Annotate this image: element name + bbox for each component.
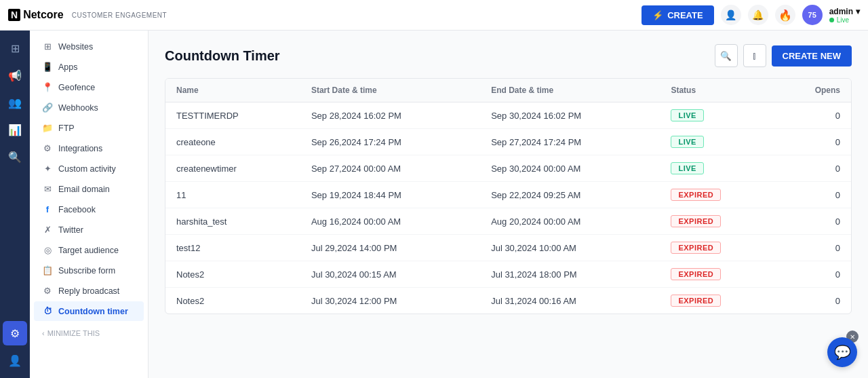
- chat-fab[interactable]: 💬: [827, 337, 857, 367]
- logo: N Netcore: [8, 9, 64, 21]
- sidebar-item-ftp[interactable]: 📁 FTP: [34, 118, 144, 138]
- sidebar-item-email-domain[interactable]: ✉ Email domain: [34, 179, 144, 199]
- table-row[interactable]: createnewtimer Sep 27,2024 00:00 AM Sep …: [165, 155, 851, 182]
- cell-end-date: Jul 31,2024 18:00 PM: [480, 261, 660, 288]
- table-row[interactable]: Notes2 Jul 30,2024 00:15 AM Jul 31,2024 …: [165, 261, 851, 288]
- bell-icon-button[interactable]: 🔔: [748, 5, 768, 25]
- cell-end-date: Sep 30,2024 16:02 PM: [480, 102, 660, 129]
- cell-end-date: Jul 31,2024 00:16 AM: [480, 288, 660, 314]
- sidebar-item-label: Custom activity: [58, 164, 116, 174]
- col-status: Status: [660, 79, 775, 102]
- cell-end-date: Sep 27,2024 17:24 PM: [480, 129, 660, 155]
- col-start-date: Start Date & time: [300, 79, 480, 102]
- live-label: Live: [837, 16, 849, 24]
- sidebar-item-label: Websites: [58, 42, 93, 52]
- cell-end-date: Sep 30,2024 00:00 AM: [480, 155, 660, 182]
- customer-engagement-label: CUSTOMER ENGAGEMENT: [72, 12, 167, 19]
- sidebar-item-geofence[interactable]: 📍 Geofence: [34, 77, 144, 97]
- status-badge: EXPIRED: [671, 295, 721, 307]
- sidebar-icon-search[interactable]: 🔍: [3, 145, 27, 169]
- ftp-icon: 📁: [42, 123, 53, 133]
- cell-status: EXPIRED: [660, 261, 775, 288]
- cell-start-date: Sep 19,2024 18:44 PM: [300, 182, 480, 208]
- table-row[interactable]: TESTTIMERDP Sep 28,2024 16:02 PM Sep 30,…: [165, 102, 851, 129]
- minimize-button[interactable]: ‹ MINIMIZE THIS: [34, 324, 144, 343]
- sidebar-icon-user-bottom[interactable]: 👤: [3, 348, 27, 373]
- sidebar-item-custom-activity[interactable]: ✦ Custom activity: [34, 159, 144, 178]
- status-badge: LIVE: [671, 109, 703, 121]
- sidebar-item-websites[interactable]: ⊞ Websites: [34, 37, 144, 56]
- sidebar-item-target-audience[interactable]: ◎ Target audience: [34, 240, 144, 260]
- topbar: N Netcore CUSTOMER ENGAGEMENT ⚡ CREATE 👤…: [0, 0, 868, 31]
- table-body: TESTTIMERDP Sep 28,2024 16:02 PM Sep 30,…: [165, 102, 851, 314]
- sidebar-item-apps[interactable]: 📱 Apps: [34, 57, 144, 77]
- cell-start-date: Jul 30,2024 00:15 AM: [300, 261, 480, 288]
- sidebar-item-reply-broadcast[interactable]: ⚙ Reply broadcast: [34, 281, 144, 301]
- sidebar-item-label: Target audience: [58, 246, 119, 255]
- logo-text: Netcore: [23, 9, 64, 21]
- sidebar-item-countdown-timer[interactable]: ⏱ Countdown timer: [34, 301, 144, 321]
- score-badge[interactable]: 75: [802, 5, 823, 25]
- cell-end-date: Aug 20,2024 00:00 AM: [480, 208, 660, 235]
- cell-opens: 0: [775, 288, 851, 314]
- admin-menu[interactable]: admin ▾ Live: [829, 7, 860, 24]
- sidebar-item-label: Geofence: [58, 83, 95, 92]
- create-label: CREATE: [667, 10, 703, 20]
- main-content: Countdown Timer 🔍 ⫿ CREATE NEW Name Star…: [149, 31, 868, 378]
- table-row[interactable]: 11 Sep 19,2024 18:44 PM Sep 22,2024 09:2…: [165, 182, 851, 208]
- sidebar-item-label: FTP: [58, 124, 75, 133]
- sidebar-item-webhooks[interactable]: 🔗 Webhooks: [34, 98, 144, 117]
- sidebar-item-integrations[interactable]: ⚙ Integrations: [34, 138, 144, 158]
- cell-opens: 0: [775, 182, 851, 208]
- search-button[interactable]: 🔍: [715, 44, 738, 67]
- countdown-timer-table: Name Start Date & time End Date & time S…: [165, 78, 852, 314]
- sidebar-item-twitter[interactable]: ✗ Twitter: [34, 220, 144, 240]
- sidebar-item-facebook[interactable]: f Facebook: [34, 200, 144, 219]
- chevron-left-icon: ‹: [42, 329, 45, 337]
- filter-button[interactable]: ⫿: [743, 44, 766, 67]
- sidebar-item-label: Apps: [58, 62, 78, 72]
- user-icon-button[interactable]: 👤: [721, 5, 741, 25]
- sidebar-icon-campaigns[interactable]: 📊: [3, 117, 27, 142]
- table: Name Start Date & time End Date & time S…: [165, 79, 851, 314]
- cell-name: Notes2: [165, 288, 300, 314]
- table-row[interactable]: test12 Jul 29,2024 14:00 PM Jul 30,2024 …: [165, 235, 851, 261]
- reply-broadcast-icon: ⚙: [42, 286, 53, 296]
- cell-name: TESTTIMERDP: [165, 102, 300, 129]
- cell-status: EXPIRED: [660, 235, 775, 261]
- sidebar-item-subscribe-form[interactable]: 📋 Subscribe form: [34, 261, 144, 280]
- cell-opens: 0: [775, 208, 851, 235]
- sidebar-item-label: Integrations: [58, 144, 102, 153]
- nav-sidebar: ⊞ Websites 📱 Apps 📍 Geofence 🔗 Webhooks …: [30, 31, 149, 378]
- cell-opens: 0: [775, 102, 851, 129]
- table-header: Name Start Date & time End Date & time S…: [165, 79, 851, 102]
- sidebar-icon-settings[interactable]: ⚙: [3, 321, 27, 345]
- cell-name: harshita_test: [165, 208, 300, 235]
- sidebar-icon-grid[interactable]: ⊞: [3, 36, 27, 60]
- cell-status: EXPIRED: [660, 182, 775, 208]
- sidebar-item-label: Countdown timer: [58, 307, 128, 316]
- header-actions: 🔍 ⫿ CREATE NEW: [715, 44, 852, 67]
- table-row[interactable]: harshita_test Aug 16,2024 00:00 AM Aug 2…: [165, 208, 851, 235]
- status-badge: EXPIRED: [671, 242, 721, 254]
- create-button[interactable]: ⚡ CREATE: [642, 5, 713, 25]
- minimize-label: MINIMIZE THIS: [47, 329, 100, 337]
- cell-status: LIVE: [660, 155, 775, 182]
- sidebar-item-label: Webhooks: [58, 103, 98, 113]
- table-row[interactable]: Notes2 Jul 30,2024 12:00 PM Jul 31,2024 …: [165, 288, 851, 314]
- sidebar-item-label: Twitter: [58, 225, 83, 235]
- flame-icon-button[interactable]: 🔥: [775, 5, 795, 25]
- admin-name: admin ▾: [829, 7, 860, 16]
- cell-name: Notes2: [165, 261, 300, 288]
- sidebar-icon-megaphone[interactable]: 📢: [3, 63, 27, 88]
- cell-name: 11: [165, 182, 300, 208]
- cell-name: test12: [165, 235, 300, 261]
- filter-icon: ⫿: [752, 50, 757, 61]
- flame-icon: 🔥: [778, 9, 792, 22]
- email-domain-icon: ✉: [42, 184, 53, 194]
- create-new-button[interactable]: CREATE NEW: [772, 45, 852, 67]
- chat-icon: 💬: [834, 344, 851, 360]
- sidebar-icon-users[interactable]: 👥: [3, 90, 27, 115]
- websites-icon: ⊞: [42, 41, 53, 52]
- table-row[interactable]: createone Sep 26,2024 17:24 PM Sep 27,20…: [165, 129, 851, 155]
